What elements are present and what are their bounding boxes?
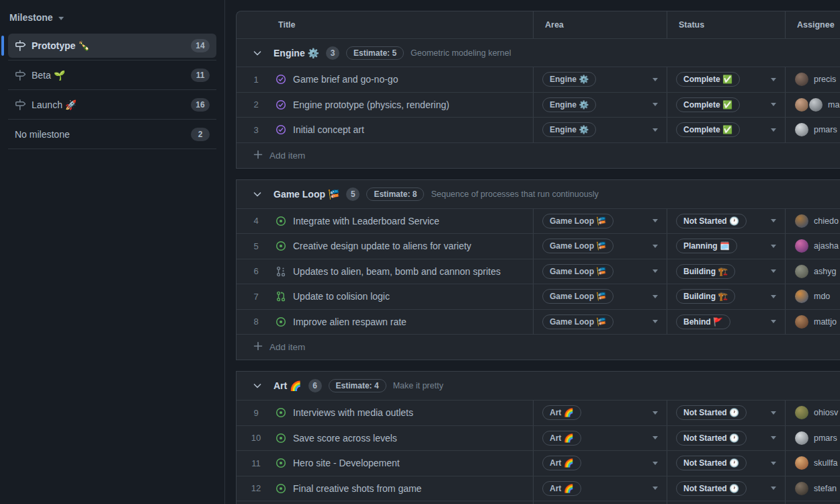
group-estimate-pill: Estimate: 4 [329, 379, 386, 392]
item-count-badge: 16 [191, 98, 210, 112]
add-item-button[interactable]: Add item [237, 334, 840, 360]
status-chip[interactable]: Behind 🚩 [676, 314, 730, 329]
status-chip[interactable]: Planning 🗓️ [676, 239, 737, 253]
assignee-cell[interactable]: ajasha [785, 234, 840, 259]
assignee-cell[interactable]: mattjo [785, 310, 840, 335]
area-chip[interactable]: Game Loop 🎏 [542, 264, 614, 279]
row-title[interactable]: Integrate with Leaderboard Service [293, 216, 439, 226]
status-chip[interactable]: Building 🏗️ [676, 289, 735, 304]
row-title[interactable]: Creative design update to aliens for var… [293, 241, 471, 251]
dropdown-caret-icon[interactable] [653, 436, 658, 439]
row-title[interactable]: Final creative shots from game [293, 483, 421, 494]
dropdown-caret-icon[interactable] [771, 103, 776, 106]
dropdown-caret-icon[interactable] [653, 128, 658, 132]
dropdown-caret-icon[interactable] [653, 219, 658, 222]
group-description: Sequence of processes that run continuou… [431, 190, 598, 199]
group-estimate-pill: Estimate: 5 [346, 46, 404, 60]
area-chip[interactable]: Game Loop 🎏 [542, 214, 614, 228]
area-chip[interactable]: Game Loop 🎏 [542, 239, 614, 253]
area-chip[interactable]: Engine ⚙️ [542, 97, 596, 112]
dropdown-caret-icon[interactable] [653, 245, 658, 248]
assignee-cell[interactable]: skullfa [785, 451, 840, 476]
assignee-cell[interactable]: ma [785, 93, 840, 118]
issue-open-icon [276, 216, 286, 226]
dropdown-caret-icon[interactable] [653, 269, 658, 273]
assignee-cell[interactable]: chiedo [785, 209, 840, 234]
status-chip[interactable]: Building 🏗️ [676, 264, 735, 279]
status-chip[interactable]: Not Started 🕐 [676, 481, 747, 496]
row-title[interactable]: Hero site - Developement [293, 458, 400, 468]
assignee-cell[interactable]: ashyg [785, 259, 840, 284]
sidebar-item-beta[interactable]: Beta 🌱 11 [8, 60, 216, 90]
issue-open-icon [276, 433, 286, 444]
status-chip[interactable]: Complete ✅ [676, 122, 740, 137]
dropdown-caret-icon[interactable] [653, 320, 658, 323]
column-header-assignee[interactable]: Assignee [785, 11, 840, 38]
area-chip[interactable]: Art 🌈 [542, 481, 581, 496]
area-chip[interactable]: Art 🌈 [542, 456, 581, 470]
row-title[interactable]: Initial concept art [293, 124, 364, 135]
row-title[interactable]: Engine prototype (physics, rendering) [293, 99, 450, 110]
row-title[interactable]: Game brief and go-no-go [293, 74, 398, 85]
dropdown-caret-icon[interactable] [771, 269, 776, 273]
dropdown-caret-icon[interactable] [653, 295, 658, 298]
column-header-area[interactable]: Area [533, 11, 667, 38]
dropdown-caret-icon[interactable] [771, 295, 776, 298]
issue-open-icon [276, 407, 286, 418]
status-chip[interactable]: Not Started 🕐 [676, 431, 747, 446]
area-chip[interactable]: Game Loop 🎏 [542, 289, 614, 304]
row-title[interactable]: Improve alien respawn rate [293, 317, 407, 327]
area-chip[interactable]: Art 🌈 [542, 405, 581, 420]
add-item-button[interactable]: Add item [237, 142, 840, 168]
dropdown-caret-icon[interactable] [771, 462, 776, 465]
assignee-cell[interactable]: pmars [785, 118, 840, 142]
dropdown-caret-icon[interactable] [653, 78, 658, 81]
dropdown-caret-icon[interactable] [653, 462, 658, 465]
row-title[interactable]: Interviews with media outlets [293, 407, 413, 418]
dropdown-caret-icon[interactable] [653, 487, 658, 490]
assignee-cell[interactable]: ohiosv [785, 401, 840, 425]
status-chip[interactable]: Not Started 🕐 [676, 456, 747, 470]
dropdown-caret-icon[interactable] [653, 103, 658, 106]
dropdown-caret-icon[interactable] [771, 320, 776, 323]
row-title[interactable]: Update to colision logic [293, 291, 390, 302]
issue-open-icon [276, 458, 286, 468]
sidebar-item-prototype[interactable]: Prototype 🍾 14 [8, 31, 216, 60]
status-chip[interactable]: Complete ✅ [676, 97, 740, 112]
assignee-name: ohiosv [814, 408, 838, 417]
area-chip[interactable]: Game Loop 🎏 [542, 314, 614, 329]
column-header-title[interactable]: Title [237, 11, 533, 38]
dropdown-caret-icon[interactable] [771, 245, 776, 248]
status-chip[interactable]: Not Started 🕐 [676, 405, 747, 420]
area-chip[interactable]: Art 🌈 [542, 431, 581, 446]
avatar [809, 98, 823, 112]
item-count-badge: 2 [191, 128, 210, 141]
column-header-status[interactable]: Status [667, 11, 785, 38]
assignee-name: stefan [814, 484, 837, 493]
row-title[interactable]: Save score across levels [293, 433, 397, 444]
row-title[interactable]: Updates to alien, beam, bomb and cannon … [293, 266, 501, 277]
assignee-cell[interactable]: mdo [785, 284, 840, 309]
dropdown-caret-icon[interactable] [771, 436, 776, 439]
dropdown-caret-icon[interactable] [771, 128, 776, 132]
collapse-chevron-icon[interactable] [252, 380, 263, 391]
status-chip[interactable]: Not Started 🕐 [676, 214, 747, 228]
sidebar-group-by-header[interactable]: Milestone [0, 0, 224, 31]
area-chip[interactable]: Engine ⚙️ [542, 122, 596, 137]
chevron-down-icon [58, 17, 64, 20]
collapse-chevron-icon[interactable] [252, 48, 263, 58]
dropdown-caret-icon[interactable] [771, 78, 776, 81]
assignee-cell[interactable]: stefan [785, 476, 840, 501]
dropdown-caret-icon[interactable] [771, 411, 776, 415]
dropdown-caret-icon[interactable] [771, 487, 776, 490]
dropdown-caret-icon[interactable] [653, 411, 658, 415]
dropdown-caret-icon[interactable] [771, 219, 776, 222]
area-chip[interactable]: Engine ⚙️ [542, 72, 596, 87]
table-row: 1 Game brief and go-no-go Engine ⚙️ Comp… [237, 67, 840, 92]
sidebar-item-launch[interactable]: Launch 🚀 16 [8, 90, 216, 120]
collapse-chevron-icon[interactable] [252, 189, 263, 200]
assignee-cell[interactable]: precis [785, 67, 840, 92]
status-chip[interactable]: Complete ✅ [676, 72, 740, 87]
sidebar-item-no-milestone[interactable]: No milestone 2 [8, 120, 216, 149]
assignee-cell[interactable]: pmars [785, 426, 840, 451]
